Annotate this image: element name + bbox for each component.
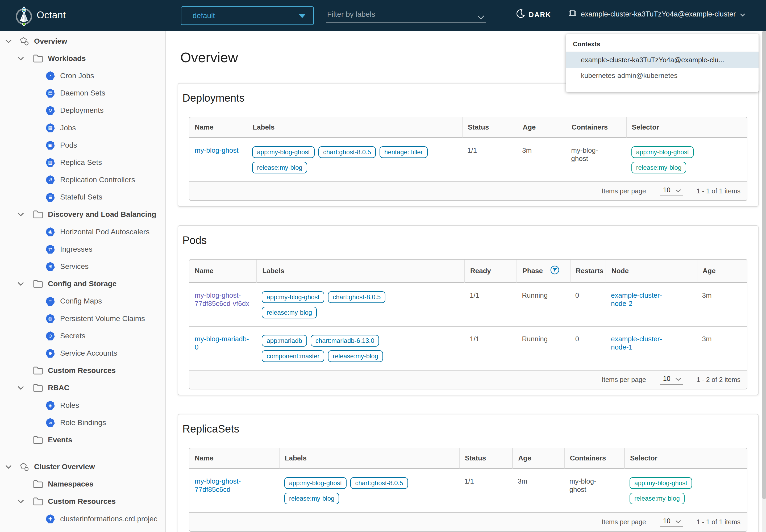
context-option-selected[interactable]: example-cluster-ka3TuTzYo4a@example-clu.… xyxy=(566,52,759,68)
sidebar-item-rbac[interactable]: RBAC xyxy=(0,379,165,397)
sidebar-item-jobs[interactable]: ▦Jobs xyxy=(0,119,165,136)
resource-link[interactable]: example-cluster-node-2 xyxy=(611,291,671,308)
scrollbar[interactable] xyxy=(762,31,766,532)
items-per-page-select[interactable]: 10 xyxy=(660,186,683,196)
sidebar-item-config-and-storage[interactable]: Config and Storage xyxy=(0,275,165,293)
resource-link[interactable]: my-blog-ghost-77df85c6cd xyxy=(195,477,241,493)
sidebar-item-namespaces[interactable]: Namespaces xyxy=(0,476,165,493)
sidebar-item-ingresses[interactable]: ⇄Ingresses xyxy=(0,240,165,258)
sidebar-item-replica-sets[interactable]: ▥Replica Sets xyxy=(0,154,165,171)
sidebar-item-custom-resources[interactable]: Custom Resources xyxy=(0,362,165,379)
sidebar-item-clusterinformations-crd-projec[interactable]: ✚clusterinformations.crd.projec xyxy=(0,510,165,527)
cell-text: my-blog-ghost xyxy=(569,477,602,494)
theme-toggle[interactable]: DARK xyxy=(516,9,551,20)
applications-icon xyxy=(19,462,29,472)
sidebar-item-secrets[interactable]: ⊙Secrets xyxy=(0,327,165,344)
cluster-icon xyxy=(568,9,577,19)
sidebar-item-roles[interactable]: ◈Roles xyxy=(0,397,165,414)
label-tag: app:my-blog-ghost xyxy=(284,477,347,489)
chevron-down-icon[interactable] xyxy=(5,464,12,470)
cell-text: 1/1 xyxy=(467,146,477,154)
chevron-down-icon[interactable] xyxy=(18,281,24,287)
label-tag: release:my-blog xyxy=(328,350,383,362)
sidebar-item-label: Persistent Volume Claims xyxy=(60,314,145,323)
config-maps-icon: ≡ xyxy=(45,296,55,306)
items-per-page-label: Items per page xyxy=(602,518,646,526)
scrollbar-thumb[interactable] xyxy=(762,31,766,499)
horizontal-pod-autoscalers-icon: ◉ xyxy=(45,227,55,237)
column-header-restarts: Restarts xyxy=(570,260,606,283)
sidebar-item-role-bindings[interactable]: ∞Role Bindings xyxy=(0,414,165,431)
sidebar-item-csidrivers-csi-storage-k8s-io[interactable]: ✚csidrivers.csi.storage.k8s.io xyxy=(0,527,165,532)
sidebar-item-horizontal-pod-autoscalers[interactable]: ◉Horizontal Pod Autoscalers xyxy=(0,223,165,240)
sidebar-item-deployments[interactable]: ↻Deployments xyxy=(0,102,165,119)
column-header-containers: Containers xyxy=(564,448,624,469)
column-header-node: Node xyxy=(606,260,697,283)
sidebar-item-daemon-sets[interactable]: ▤Daemon Sets xyxy=(0,85,165,102)
namespace-select[interactable]: default xyxy=(181,6,314,25)
folder-icon xyxy=(33,383,43,393)
context-option[interactable]: kubernetes-admin@kubernetes xyxy=(566,68,759,84)
stateful-sets-icon: ≣ xyxy=(45,192,55,202)
cell-text: 0 xyxy=(575,291,579,299)
ingresses-icon: ⇄ xyxy=(45,244,55,254)
resource-link[interactable]: my-blog-ghost xyxy=(195,146,239,154)
chevron-down-icon[interactable] xyxy=(5,38,12,44)
items-per-page-select[interactable]: 10 xyxy=(660,375,683,385)
items-per-page-select[interactable]: 10 xyxy=(660,517,683,527)
folder-icon xyxy=(33,435,43,445)
label-tag: release:my-blog xyxy=(262,307,317,318)
column-header-labels: Labels xyxy=(247,117,462,138)
cell-text: 3m xyxy=(702,291,712,299)
sidebar-item-label: Config and Storage xyxy=(48,280,116,288)
context-selector[interactable]: example-cluster-ka3TuTzYo4a@example-clus… xyxy=(568,9,745,19)
sidebar-item-replication-controllers[interactable]: ↺Replication Controllers xyxy=(0,171,165,189)
folder-icon xyxy=(33,210,43,219)
chevron-down-icon[interactable] xyxy=(18,498,24,505)
chevron-down-icon[interactable] xyxy=(18,211,24,218)
table-row: my-blog-ghost-77df85c6cdapp:my-blog-ghos… xyxy=(189,469,747,512)
sidebar-item-overview[interactable]: Overview xyxy=(0,32,165,50)
chevron-down-icon xyxy=(740,10,745,18)
sidebar-item-service-accounts[interactable]: ☻Service Accounts xyxy=(0,344,165,362)
sidebar-item-label: Cron Jobs xyxy=(60,72,94,80)
sidebar-item-custom-resources[interactable]: Custom Resources xyxy=(0,493,165,510)
card-title: Pods xyxy=(182,234,747,246)
secrets-icon: ⊙ xyxy=(45,331,55,341)
sidebar-item-label: Horizontal Pod Autoscalers xyxy=(60,228,149,236)
pods-table: NameLabelsReadyPhaseRestartsNodeAgemy-bl… xyxy=(189,259,747,389)
sidebar-item-events[interactable]: Events xyxy=(0,431,165,448)
octant-logo-icon xyxy=(14,5,34,27)
chevron-down-icon[interactable] xyxy=(477,12,485,22)
jobs-icon: ▦ xyxy=(45,123,55,133)
role-bindings-icon: ∞ xyxy=(45,418,55,427)
table-row: my-blog-ghostapp:my-blog-ghostchart:ghos… xyxy=(189,138,747,181)
resource-link[interactable]: example-cluster-node-1 xyxy=(611,335,671,351)
card-pods: PodsNameLabelsReadyPhaseRestartsNodeAgem… xyxy=(178,225,759,395)
sidebar-item-stateful-sets[interactable]: ≣Stateful Sets xyxy=(0,189,165,206)
chevron-down-icon[interactable] xyxy=(18,385,24,391)
sidebar-item-config-maps[interactable]: ≡Config Maps xyxy=(0,293,165,310)
sidebar-item-label: Namespaces xyxy=(48,480,93,488)
sidebar-item-label: Ingresses xyxy=(60,245,92,253)
services-icon: ⊞ xyxy=(45,262,55,271)
items-per-page-label: Items per page xyxy=(602,376,646,384)
label-filter-input[interactable] xyxy=(326,9,471,19)
filter-funnel-icon[interactable] xyxy=(550,265,559,276)
sidebar-item-services[interactable]: ⊞Services xyxy=(0,258,165,275)
cell-text: 1/1 xyxy=(464,477,474,485)
sidebar-item-persistent-volume-claims[interactable]: ◍Persistent Volume Claims xyxy=(0,310,165,327)
sidebar-item-pods[interactable]: ▣Pods xyxy=(0,136,165,154)
chevron-down-icon[interactable] xyxy=(18,55,24,62)
resource-link[interactable]: my-blog-ghost-77df85c6cd-vf6dx xyxy=(195,291,249,307)
sidebar-item-cluster-overview[interactable]: Cluster Overview xyxy=(0,458,165,476)
label-tag: chart:ghost-8.0.5 xyxy=(350,477,408,489)
card-title: Deployments xyxy=(182,92,747,104)
sidebar-item-workloads[interactable]: Workloads xyxy=(0,50,165,67)
folder-icon xyxy=(33,279,43,289)
sidebar-item-cron-jobs[interactable]: ◔Cron Jobs xyxy=(0,67,165,84)
resource-link[interactable]: my-blog-mariadb-0 xyxy=(195,335,249,351)
sidebar-item-discovery-and-load-balancing[interactable]: Discovery and Load Balancing xyxy=(0,206,165,223)
column-header-labels: Labels xyxy=(279,448,459,469)
label-tag: app:my-blog-ghost xyxy=(631,146,694,158)
